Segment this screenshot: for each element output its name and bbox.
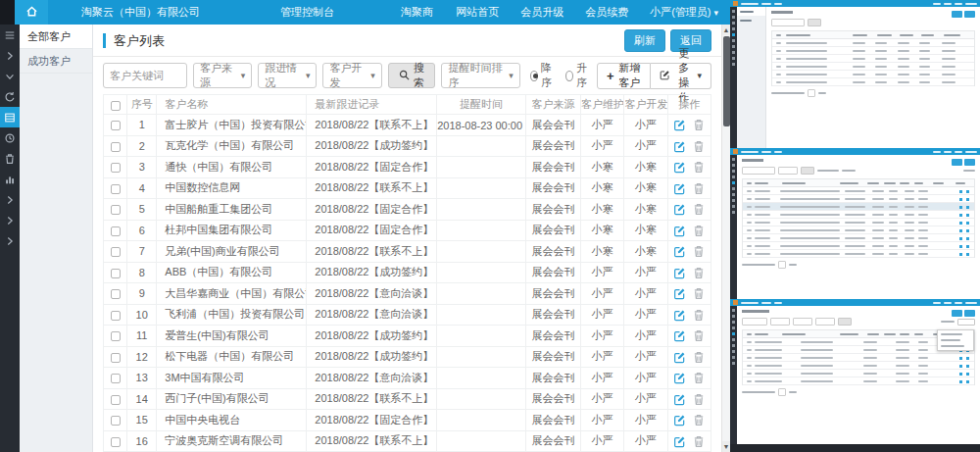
- chevron-down-icon: ▾: [713, 8, 718, 18]
- edit-icon[interactable]: [673, 351, 686, 364]
- select-all-checkbox[interactable]: [111, 101, 121, 111]
- delete-icon[interactable]: [693, 287, 705, 300]
- edit-icon[interactable]: [673, 225, 686, 237]
- add-customer-button[interactable]: + 新增客户: [597, 63, 651, 89]
- nav-link-console[interactable]: 管理控制台: [280, 5, 334, 20]
- preview-thumbnail-3[interactable]: [730, 299, 980, 444]
- chevron-right-icon[interactable]: [0, 210, 20, 230]
- row-checkbox[interactable]: [111, 247, 121, 257]
- refresh-button[interactable]: 刷新: [624, 29, 665, 52]
- customer-source-select[interactable]: 客户来源 ▾: [193, 63, 252, 88]
- sidebar-item-success-customers[interactable]: 成功客户: [20, 49, 92, 74]
- list-icon[interactable]: [0, 107, 20, 127]
- sidebar-item-all-customers[interactable]: 全部客户: [20, 25, 92, 49]
- delete-icon[interactable]: [693, 182, 705, 195]
- remind-sort-select[interactable]: 提醒时间排序 ▾: [441, 63, 519, 88]
- edit-icon[interactable]: [673, 287, 686, 300]
- edit-icon[interactable]: [673, 245, 686, 258]
- keyword-input[interactable]: [103, 63, 187, 88]
- followup-status-select[interactable]: 跟进情况 ▾: [258, 63, 317, 88]
- search-button[interactable]: 搜索: [388, 63, 436, 88]
- undo-icon[interactable]: [0, 86, 20, 107]
- customer-keeper: 小严: [581, 326, 624, 347]
- row-checkbox[interactable]: [111, 416, 121, 426]
- delete-icon[interactable]: [693, 119, 705, 131]
- row-checkbox[interactable]: [111, 395, 121, 405]
- row-checkbox[interactable]: [111, 163, 121, 173]
- chevron-down-icon: ▾: [241, 71, 246, 80]
- delete-icon[interactable]: [693, 435, 705, 448]
- delete-icon[interactable]: [693, 372, 705, 384]
- customer-source-select-label: 客户来源: [200, 61, 241, 90]
- delete-icon[interactable]: [693, 414, 705, 427]
- row-checkbox[interactable]: [111, 184, 121, 194]
- edit-icon[interactable]: [673, 203, 686, 216]
- row-checkbox[interactable]: [111, 142, 121, 152]
- row-checkbox[interactable]: [111, 226, 121, 236]
- customer-source: 展会会刊: [525, 115, 580, 136]
- chevron-right-icon[interactable]: [0, 230, 20, 251]
- edit-icon[interactable]: [673, 435, 686, 448]
- customer-develop-select[interactable]: 客户开发 ▾: [322, 63, 381, 88]
- row-checkbox[interactable]: [111, 121, 121, 130]
- edit-icon[interactable]: [673, 140, 686, 153]
- row-checkbox[interactable]: [111, 331, 121, 341]
- delete-icon[interactable]: [693, 245, 705, 258]
- edit-icon[interactable]: [673, 119, 686, 131]
- row-checkbox[interactable]: [111, 289, 121, 299]
- nav-link-member-renew[interactable]: 会员续费: [585, 5, 628, 20]
- chevron-down-icon[interactable]: [0, 66, 20, 86]
- preview-thumbnail-1[interactable]: [730, 0, 980, 148]
- row-checkbox[interactable]: [111, 437, 121, 447]
- delete-icon[interactable]: [693, 393, 705, 406]
- filmstrip-footer: [730, 444, 980, 452]
- row-checkbox[interactable]: [111, 311, 121, 321]
- nav-link-member-upgrade[interactable]: 会员升级: [520, 5, 564, 20]
- edit-icon[interactable]: [673, 182, 686, 195]
- preview-thumbnail-2[interactable]: [730, 148, 980, 299]
- sort-desc-label: 降序: [541, 61, 556, 90]
- delete-icon[interactable]: [693, 267, 705, 279]
- edit-icon[interactable]: [673, 267, 686, 279]
- table-row: 12 松下电器（中国）有限公司 2018/08/22【成功签约】 展会会刊 小严…: [104, 346, 711, 368]
- delete-icon[interactable]: [693, 225, 705, 237]
- row-checkbox[interactable]: [111, 205, 121, 215]
- company-name[interactable]: 淘聚云（中国）有限公司: [81, 5, 200, 20]
- chart-icon[interactable]: [0, 169, 20, 189]
- scrollbar-thumb[interactable]: [723, 36, 730, 126]
- edit-icon[interactable]: [673, 329, 686, 342]
- delete-icon[interactable]: [693, 161, 705, 174]
- delete-icon[interactable]: [693, 351, 705, 364]
- delete-icon[interactable]: [693, 140, 705, 153]
- user-menu[interactable]: 小严(管理员) ▾: [650, 5, 718, 20]
- edit-icon[interactable]: [673, 372, 686, 384]
- home-button[interactable]: [15, 0, 48, 25]
- row-checkbox[interactable]: [111, 269, 121, 278]
- latest-followup-record: 2018/08/22【联系不上】: [307, 241, 437, 263]
- customer-name: 大昌华嘉商业（中国）有限公司: [157, 283, 307, 305]
- chevron-right-icon[interactable]: [0, 45, 20, 66]
- trash-icon[interactable]: [0, 148, 20, 169]
- nav-link-brand[interactable]: 淘聚商: [401, 5, 433, 20]
- row-checkbox[interactable]: [111, 353, 121, 363]
- customer-keeper: 小严: [581, 368, 624, 389]
- sort-desc-radio[interactable]: 降序: [530, 61, 556, 90]
- scroll-up-arrow[interactable]: ▲: [722, 25, 730, 35]
- edit-icon[interactable]: [673, 161, 686, 174]
- nav-link-site-home[interactable]: 网站首页: [456, 5, 499, 20]
- more-actions-button[interactable]: 更多操作 ▾: [651, 63, 711, 89]
- chevron-right-icon[interactable]: [0, 189, 20, 210]
- delete-icon[interactable]: [693, 329, 705, 342]
- history-icon[interactable]: [0, 127, 20, 148]
- edit-icon[interactable]: [673, 393, 686, 406]
- col-header-source: 客户来源: [525, 95, 580, 115]
- delete-icon[interactable]: [693, 309, 705, 322]
- delete-icon[interactable]: [693, 203, 705, 216]
- edit-icon[interactable]: [673, 309, 686, 322]
- menu-icon[interactable]: [0, 25, 20, 45]
- scroll-down-arrow[interactable]: ▼: [722, 441, 730, 452]
- sort-asc-radio[interactable]: 升序: [565, 61, 591, 90]
- vertical-scrollbar[interactable]: ▲ ▼: [721, 25, 730, 452]
- edit-icon[interactable]: [673, 414, 686, 427]
- row-checkbox[interactable]: [111, 374, 121, 383]
